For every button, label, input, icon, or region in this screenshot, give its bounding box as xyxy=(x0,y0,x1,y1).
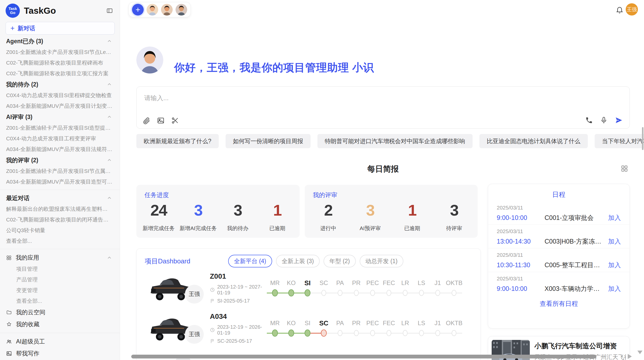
layout-grid-icon[interactable] xyxy=(621,165,628,172)
image-upload-icon[interactable] xyxy=(157,117,165,124)
milestone: MR xyxy=(267,319,283,338)
sidebar-section-header[interactable]: 我的评审 (2) xyxy=(0,155,120,166)
main-area: + 王强 你好，王强，我是你的项目管理助理 小识 请输入... 欧洲新规最近 xyxy=(120,0,644,360)
sidebar-item[interactable]: 我的云空间 xyxy=(0,306,120,318)
milestone-label: OKTB xyxy=(446,279,462,287)
sidebar-task-item[interactable]: A034-全新新能源MUV产品开发项目计划变更表编写 xyxy=(0,101,120,111)
recent-conversation-item[interactable]: 公司Q3轻卡销量 xyxy=(0,225,120,236)
milestone: MR xyxy=(267,279,283,297)
suggestion-chip[interactable]: 比亚迪全固态电池计划具体说了什么 xyxy=(479,134,588,148)
recent-conversation-item[interactable]: 解释最新出台的欧盟报废车法规再生塑料比例被调至15%... xyxy=(0,204,120,214)
vertical-scrollbar[interactable] xyxy=(642,127,643,150)
sidebar-task-item[interactable]: Z001-全新燃油轻卡产品开发项目SI节点属性5D文件评审 xyxy=(0,166,120,176)
stats-card: 我的评审2进行中3AI预评审1已逾期3待评审 xyxy=(305,185,478,238)
stat-label: AI预评审 xyxy=(349,225,391,232)
sidebar-task-item[interactable]: C0X4-动力总成开发项目SI里程碑提交物检查 xyxy=(0,90,120,101)
new-chat-button[interactable]: + 新对话 xyxy=(6,22,115,35)
sidebar-task-item[interactable]: A034-全新新能源MUV产品开发项目造型可行性评审 xyxy=(0,176,120,187)
milestone-dot xyxy=(305,329,311,337)
sidebar-item-my-apps[interactable]: 我的应用 xyxy=(0,252,120,264)
suggestion-chip[interactable]: 如何写一份清晰的项目周报 xyxy=(226,134,311,148)
suggestion-chip[interactable]: 欧洲新规最近颁布了什么? xyxy=(136,134,219,148)
join-button[interactable]: 加入 xyxy=(608,284,621,293)
milestone-label: J1 xyxy=(430,319,446,327)
sidebar-item[interactable]: 我的收藏 xyxy=(0,318,120,330)
app-submenu-item[interactable]: 产品管理 xyxy=(0,274,120,285)
app-submenu-item[interactable]: 查看全部... xyxy=(0,296,120,306)
sidebar-task-item[interactable]: C0X4-动力总成开发项目工程变更评审 xyxy=(0,133,120,144)
agent-avatar[interactable] xyxy=(175,4,187,16)
stat-value: 24 xyxy=(139,201,179,219)
milestone-label: KO xyxy=(283,279,299,287)
recent-conversations-header[interactable]: 最近对话 xyxy=(0,192,120,204)
agent-avatar[interactable] xyxy=(161,4,173,16)
milestone-label: LR xyxy=(397,279,413,287)
join-button[interactable]: 加入 xyxy=(608,214,621,222)
milestone-dot xyxy=(403,330,408,336)
sidebar-task-item[interactable]: C02-飞腾新能源轻客改款项目立项汇报方案 xyxy=(0,68,120,79)
milestone-label: SC xyxy=(316,279,332,287)
stat-item: 1已逾期 xyxy=(391,201,433,232)
notification-bell-icon[interactable] xyxy=(616,6,624,14)
scroll-down-arrow[interactable] xyxy=(637,351,642,354)
milestone: SC xyxy=(316,319,332,338)
suggestion-chip[interactable]: 特朗普可能对进口汽车增税会对中国车企造成哪些影响 xyxy=(317,134,473,148)
join-button[interactable]: 加入 xyxy=(608,237,621,246)
chevron-up-icon xyxy=(107,38,112,44)
sidebar-task-item[interactable]: A034-全新新能源MUV产品开发项目法规符合性评审 xyxy=(0,144,120,155)
sidebar-task-item[interactable]: Z001-全新燃油皮卡产品开发项目SI节点Lesson Learn报告 xyxy=(0,47,120,57)
milestone-dot xyxy=(338,290,343,296)
flag-icon xyxy=(210,339,215,344)
sidebar-section-header[interactable]: 我的待办 (2) xyxy=(0,79,120,90)
app-submenu-item[interactable]: 变更管理 xyxy=(0,285,120,296)
milestone: PR xyxy=(348,319,364,338)
view-all-conversations[interactable]: 查看全部... xyxy=(0,236,120,246)
milestone-label: SC xyxy=(316,319,332,327)
paperclip-icon[interactable] xyxy=(143,117,150,124)
collapse-sidebar-icon[interactable] xyxy=(106,7,113,14)
sidebar-item[interactable]: AI超级员工 xyxy=(0,336,120,348)
sidebar-section-header[interactable]: Agent已办 (3) xyxy=(0,36,120,47)
add-agent-button[interactable]: + xyxy=(132,4,144,16)
project-row[interactable]: 王强Z0012023-12-19 ~ 2027-01-19SI-2025-05-… xyxy=(146,269,462,307)
milestone-dot xyxy=(321,329,327,337)
milestone-label: PEC xyxy=(364,279,381,287)
stat-value: 3 xyxy=(433,201,475,219)
event-time: 9:00-10:00 xyxy=(497,285,545,292)
dashboard-filter-pill[interactable]: 全新平台 (4) xyxy=(228,255,272,267)
suggestion-chip[interactable]: 当下年轻人对汽车外观有怎样的喜好趋势 xyxy=(595,134,644,148)
milestone-dot xyxy=(370,290,375,296)
chat-input[interactable]: 请输入... xyxy=(144,94,169,102)
schedule-events: 2025/03/119:00-10:00C001-立项审批会加入2025/03/… xyxy=(488,201,630,295)
phone-icon[interactable] xyxy=(585,116,593,124)
horizontal-scrollbar[interactable] xyxy=(131,355,596,358)
milestone-dot xyxy=(370,330,375,336)
scroll-right-arrow[interactable] xyxy=(628,354,632,359)
stat-item: 3待评审 xyxy=(433,201,475,232)
recent-conversation-item[interactable]: C02-飞腾新能源轻客改款项目的闭环通告反馈情况 xyxy=(0,214,120,225)
folder-icon xyxy=(6,309,12,315)
milestone-label: KO xyxy=(283,319,299,327)
dashboard-filter-pill[interactable]: 全新上装 (3) xyxy=(276,255,320,267)
sidebar-task-item[interactable]: C02-飞腾新能源轻客改款项目里程碑画布 xyxy=(0,57,120,68)
sidebar-item[interactable]: 帮我写作 xyxy=(0,348,120,359)
dashboard-filter-pill[interactable]: 年型 (2) xyxy=(324,255,356,267)
stat-label: 进行中 xyxy=(307,225,349,232)
schedule-event: 2025/03/1113:00-14:30C003|H0B-方案冻结评审加入 xyxy=(488,225,630,248)
milestone: LR xyxy=(397,319,413,338)
scissors-icon[interactable] xyxy=(171,117,179,124)
project-row[interactable]: 王强A0342023-12-19 ~ 2026-01-19SC-2025-05-… xyxy=(146,309,462,347)
sidebar-section-header[interactable]: AI评审 (3) xyxy=(0,111,120,123)
milestone: SI xyxy=(299,279,316,297)
app-submenu-item[interactable]: 项目管理 xyxy=(0,264,120,274)
milestone: PEC xyxy=(364,279,381,297)
agent-avatar[interactable] xyxy=(147,4,158,16)
microphone-icon[interactable] xyxy=(600,116,608,124)
user-avatar[interactable]: 王强 xyxy=(626,3,638,16)
join-button[interactable]: 加入 xyxy=(608,261,621,269)
send-icon[interactable] xyxy=(615,116,623,124)
view-all-schedule-link[interactable]: 查看所有日程 xyxy=(488,295,630,312)
dashboard-filter-pill[interactable]: 动总开发 (1) xyxy=(360,255,404,267)
stat-value: 3 xyxy=(349,201,391,219)
sidebar-task-item[interactable]: Z001-全新燃油轻卡产品开发项目SI造型提交物评审 xyxy=(0,123,120,133)
